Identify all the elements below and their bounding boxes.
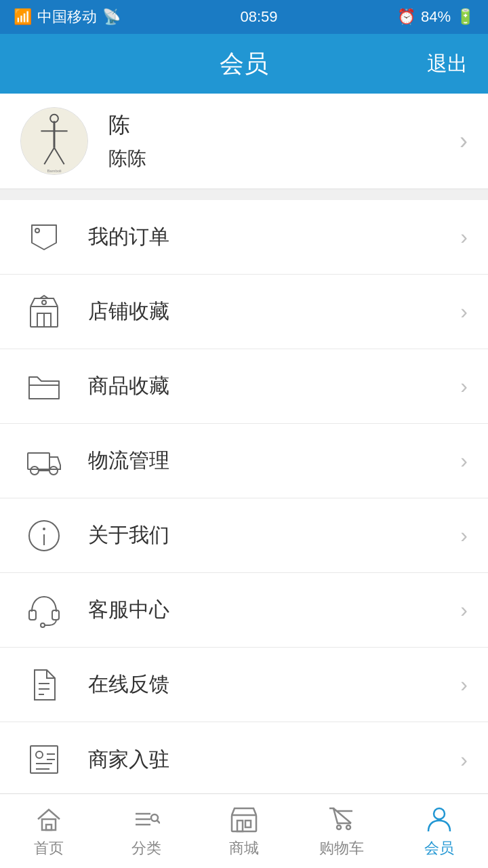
svg-point-7 (35, 229, 39, 233)
svg-point-14 (30, 467, 39, 475)
svg-point-22 (41, 623, 45, 627)
menu-label-logistics: 物流管理 (88, 447, 460, 475)
header: 会员 退出 (0, 34, 488, 94)
nav-item-member[interactable]: 会员 (390, 794, 488, 868)
svg-rect-13 (28, 453, 49, 469)
profile-info: 陈 陈陈 (108, 111, 460, 172)
wifi-icon: 📡 (102, 8, 121, 26)
menu-item-about-us[interactable]: 关于我们 › (0, 498, 488, 573)
chevron-store-collect: › (460, 299, 468, 324)
profile-section[interactable]: Bamboli 陈 陈陈 › (0, 94, 488, 189)
menu-item-store-collect[interactable]: 店铺收藏 › (0, 275, 488, 349)
svg-rect-27 (36, 751, 43, 758)
svg-point-45 (434, 808, 445, 819)
svg-rect-41 (245, 821, 251, 827)
menu-item-customer-service[interactable]: 客服中心 › (0, 573, 488, 648)
nav-label-mall: 商城 (229, 838, 259, 859)
store-icon (20, 288, 68, 336)
svg-point-44 (346, 825, 350, 829)
chevron-feedback: › (460, 672, 468, 697)
logout-button[interactable]: 退出 (427, 50, 468, 78)
carrier-text: 中国移动 (37, 7, 97, 27)
bottom-nav: 首页 分类 商城 (0, 793, 488, 868)
nav-label-category: 分类 (131, 838, 161, 859)
svg-point-43 (337, 825, 341, 829)
svg-text:Bamboli: Bamboli (47, 169, 61, 173)
svg-rect-33 (46, 825, 52, 830)
menu-label-product-collect: 商品收藏 (88, 372, 460, 400)
chevron-about-us: › (460, 523, 468, 548)
svg-rect-21 (52, 610, 59, 620)
menu-label-store-collect: 店铺收藏 (88, 298, 460, 326)
truck-icon (20, 437, 68, 485)
status-right: ⏰ 84% 🔋 (397, 8, 474, 26)
chevron-customer-service: › (460, 597, 468, 623)
profile-username: 陈陈 (108, 146, 460, 172)
profile-chevron: › (460, 127, 468, 155)
nav-label-member: 会员 (424, 838, 454, 859)
chevron-merchant-join: › (460, 747, 468, 772)
menu-label-customer-service: 客服中心 (88, 596, 460, 624)
svg-point-19 (43, 528, 45, 530)
signal-icon: 📶 (14, 8, 32, 26)
category-icon (131, 804, 161, 834)
avatar: Bamboli (20, 107, 88, 175)
info-icon (20, 512, 68, 559)
nav-label-cart: 购物车 (319, 838, 364, 859)
svg-rect-39 (232, 815, 256, 831)
profile-name: 陈 (108, 111, 460, 140)
folder-icon (20, 363, 68, 410)
menu-item-product-collect[interactable]: 商品收藏 › (0, 349, 488, 424)
cart-icon (327, 804, 357, 834)
nav-label-home: 首页 (34, 838, 64, 859)
svg-rect-20 (29, 610, 36, 620)
menu-label-about-us: 关于我们 (88, 521, 460, 549)
menu-item-logistics[interactable]: 物流管理 › (0, 424, 488, 498)
svg-point-15 (49, 467, 58, 475)
page-title: 会员 (220, 47, 268, 81)
merchant-icon (20, 736, 68, 783)
battery-icon: 🔋 (456, 8, 474, 26)
tag-icon (20, 214, 68, 261)
alarm-icon: ⏰ (397, 8, 415, 26)
status-bar: 📶 中国移动 📡 08:59 ⏰ 84% 🔋 (0, 0, 488, 34)
svg-line-38 (157, 820, 161, 823)
menu-label-my-orders: 我的订单 (88, 223, 460, 251)
svg-point-11 (42, 300, 46, 304)
nav-item-mall[interactable]: 商城 (195, 794, 293, 868)
time-text: 08:59 (240, 8, 277, 26)
menu-item-my-orders[interactable]: 我的订单 › (0, 200, 488, 275)
svg-rect-40 (237, 821, 243, 831)
menu-label-feedback: 在线反馈 (88, 671, 460, 698)
document-icon (20, 661, 68, 709)
menu-list: 我的订单 › 店铺收藏 › 商品收藏 › (0, 200, 488, 797)
chevron-logistics: › (460, 448, 468, 473)
menu-item-merchant-join[interactable]: 商家入驻 › (0, 722, 488, 797)
mall-icon (229, 804, 259, 834)
headset-icon (20, 587, 68, 634)
battery-text: 84% (421, 8, 451, 26)
chevron-product-collect: › (460, 374, 468, 399)
nav-item-category[interactable]: 分类 (98, 794, 195, 868)
menu-label-merchant-join: 商家入驻 (88, 746, 460, 774)
home-icon (34, 804, 64, 834)
menu-item-feedback[interactable]: 在线反馈 › (0, 648, 488, 722)
member-icon (424, 804, 454, 834)
nav-item-home[interactable]: 首页 (0, 794, 98, 868)
status-left: 📶 中国移动 📡 (14, 7, 121, 27)
nav-item-cart[interactable]: 购物车 (293, 794, 390, 868)
chevron-my-orders: › (460, 224, 468, 250)
